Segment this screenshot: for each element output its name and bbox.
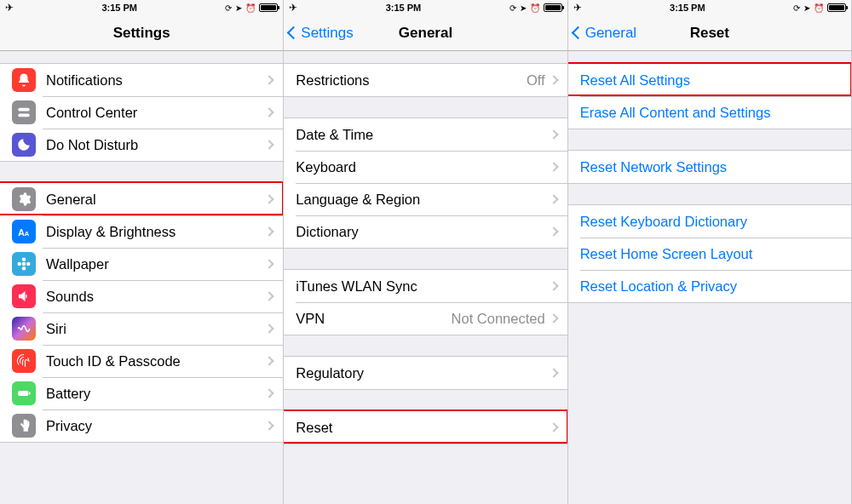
- chevron-right-icon: [549, 129, 558, 139]
- location-icon: ➤: [803, 3, 810, 13]
- page-title: Reset: [690, 25, 729, 42]
- chevron-right-icon: [549, 281, 558, 290]
- airplane-mode-icon: ✈︎: [573, 2, 582, 14]
- row-date-time[interactable]: Date & Time: [284, 118, 567, 151]
- battery-icon: [827, 3, 846, 12]
- settings-row-wallpaper[interactable]: Wallpaper: [0, 248, 283, 280]
- row-vpn[interactable]: VPNNot Connected: [284, 302, 567, 335]
- airplane-mode-icon: ✈︎: [5, 2, 14, 14]
- chevron-right-icon: [265, 140, 274, 149]
- chevron-left-icon: [287, 26, 301, 40]
- status-time: 3:15 PM: [386, 3, 422, 13]
- rotation-lock-icon: ⟳: [509, 3, 516, 13]
- chevron-right-icon: [549, 368, 558, 377]
- back-button[interactable]: General: [573, 15, 636, 50]
- svg-point-5: [22, 258, 26, 262]
- settings-row-display[interactable]: AADisplay & Brightness: [0, 215, 283, 248]
- row-label: Battery: [46, 386, 266, 402]
- row-erase-all[interactable]: Erase All Content and Settings: [568, 96, 851, 129]
- rotation-lock-icon: ⟳: [793, 3, 800, 13]
- settings-row-control-center[interactable]: Control Center: [0, 96, 283, 129]
- pane-reset: ✈︎ 3:15 PM ⟳ ➤ ⏰ General Reset Reset All…: [568, 0, 852, 504]
- pane-general: ✈︎ 3:15 PM ⟳ ➤ ⏰ Settings General Restri…: [284, 0, 567, 504]
- row-reset-network[interactable]: Reset Network Settings: [568, 151, 851, 183]
- settings-row-general[interactable]: General: [0, 183, 283, 215]
- back-button[interactable]: Settings: [289, 15, 353, 50]
- row-label: Reset All Settings: [580, 72, 841, 89]
- settings-row-dnd[interactable]: Do Not Disturb: [0, 129, 283, 161]
- chevron-right-icon: [265, 194, 274, 203]
- row-language[interactable]: Language & Region: [284, 183, 567, 215]
- row-label: Reset Keyboard Dictionary: [580, 214, 841, 230]
- location-icon: ➤: [520, 3, 527, 13]
- chevron-right-icon: [265, 324, 274, 333]
- battery-icon: [259, 3, 278, 12]
- svg-point-8: [26, 262, 31, 266]
- bell-icon: [12, 68, 36, 92]
- row-label: Restrictions: [296, 72, 527, 89]
- row-regulatory[interactable]: Regulatory: [284, 357, 567, 389]
- battery-icon: [12, 381, 36, 405]
- row-reset-location[interactable]: Reset Location & Privacy: [568, 270, 851, 302]
- siri-icon: [12, 317, 36, 341]
- rotation-lock-icon: ⟳: [225, 3, 232, 13]
- pane-settings: ✈︎ 3:15 PM ⟳ ➤ ⏰ Settings NotificationsC…: [0, 0, 284, 504]
- row-label: Keyboard: [296, 159, 550, 175]
- row-label: Reset: [296, 420, 550, 436]
- chevron-right-icon: [549, 162, 558, 171]
- row-label: Reset Network Settings: [580, 159, 841, 175]
- chevron-right-icon: [265, 226, 274, 236]
- settings-row-siri[interactable]: Siri: [0, 312, 283, 345]
- row-label: Wallpaper: [46, 256, 266, 272]
- settings-row-touchid[interactable]: Touch ID & Passcode: [0, 345, 283, 377]
- row-label: Language & Region: [296, 192, 550, 208]
- page-title: General: [399, 25, 452, 42]
- row-label: VPN: [296, 311, 451, 327]
- row-label: Display & Brightness: [46, 224, 266, 240]
- chevron-right-icon: [265, 107, 274, 117]
- row-reset-all[interactable]: Reset All Settings: [568, 64, 851, 96]
- status-time: 3:15 PM: [670, 3, 705, 13]
- chevron-right-icon: [265, 259, 274, 268]
- row-restrictions[interactable]: RestrictionsOff: [284, 64, 567, 96]
- row-reset-home[interactable]: Reset Home Screen Layout: [568, 238, 851, 270]
- settings-group-1: NotificationsControl CenterDo Not Distur…: [0, 63, 283, 162]
- row-value: Not Connected: [452, 311, 545, 327]
- row-reset[interactable]: Reset: [284, 411, 567, 444]
- svg-point-7: [18, 262, 22, 266]
- row-label: Regulatory: [296, 365, 550, 381]
- row-keyboard[interactable]: Keyboard: [284, 151, 567, 183]
- svg-rect-0: [18, 108, 30, 112]
- settings-row-privacy[interactable]: Privacy: [0, 410, 283, 442]
- settings-row-sounds[interactable]: Sounds: [0, 280, 283, 312]
- airplane-mode-icon: ✈︎: [289, 2, 297, 14]
- chevron-right-icon: [265, 356, 274, 365]
- speaker-icon: [12, 284, 36, 308]
- row-reset-keyboard[interactable]: Reset Keyboard Dictionary: [568, 205, 851, 238]
- alarm-icon: ⏰: [814, 3, 824, 13]
- flower-icon: [12, 252, 36, 276]
- chevron-right-icon: [265, 388, 274, 398]
- row-label: Reset Location & Privacy: [580, 278, 841, 295]
- chevron-left-icon: [571, 26, 584, 40]
- row-label: iTunes WLAN Sync: [296, 278, 550, 295]
- status-time: 3:15 PM: [101, 3, 137, 13]
- row-label: Date & Time: [296, 127, 550, 143]
- svg-point-4: [22, 262, 26, 266]
- row-label: Dictionary: [296, 224, 550, 240]
- nav-bar: Settings General: [284, 15, 567, 51]
- reset-group-2: Reset Network Settings: [568, 150, 851, 184]
- row-dictionary[interactable]: Dictionary: [284, 215, 567, 248]
- chevron-right-icon: [549, 75, 558, 84]
- settings-row-notifications[interactable]: Notifications: [0, 64, 283, 96]
- row-label: Siri: [46, 321, 266, 337]
- row-label: Erase All Content and Settings: [580, 105, 841, 121]
- reset-group-3: Reset Keyboard DictionaryReset Home Scre…: [568, 204, 851, 303]
- row-value: Off: [527, 72, 545, 89]
- row-label: General: [46, 192, 266, 208]
- general-group-1: RestrictionsOff: [284, 63, 567, 97]
- svg-point-6: [22, 266, 26, 271]
- switches-icon: [12, 100, 36, 124]
- row-itunes-sync[interactable]: iTunes WLAN Sync: [284, 270, 567, 302]
- settings-row-battery[interactable]: Battery: [0, 377, 283, 410]
